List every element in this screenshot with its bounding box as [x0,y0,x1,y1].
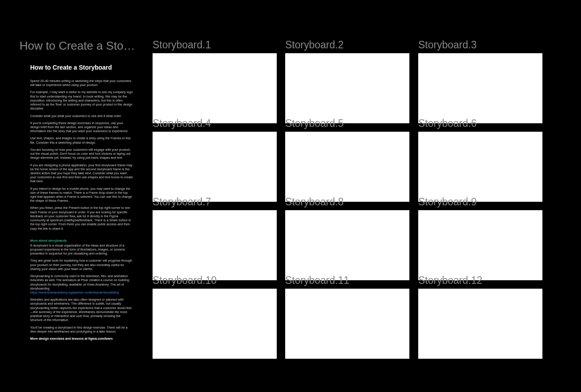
intro-paragraph: More design exercises and lessons at fig… [30,337,133,341]
storyboard-frame-12[interactable] [418,289,542,359]
storyboard-frame-10[interactable] [153,289,277,359]
frame-label-storyboard-12[interactable]: Storyboard.12 [418,274,482,286]
intro-paragraph: Storyboarding is commonly used in the te… [30,274,133,294]
intro-paragraph: You are focusing on how your customers w… [30,148,133,160]
intro-paragraph: Use text, shapes, and images to create a… [30,136,133,144]
intro-frame[interactable]: How to Create a Storyboard Spend 20-40 m… [20,53,144,359]
frame-label-storyboard-7[interactable]: Storyboard.7 [153,196,211,208]
storyboard-frame-8[interactable] [285,210,409,280]
intro-paragraph: Websites and applications are also often… [30,298,133,322]
intro-paragraph: If you're completing these design exerci… [30,121,133,133]
storyboard-frame-7[interactable] [153,210,277,280]
intro-text: Storyboarding is commonly used in the te… [30,274,129,290]
intro-paragraph: They are great tools for explaining how … [30,259,133,271]
frame-label-storyboard-10[interactable]: Storyboard.10 [153,274,216,286]
intro-text: More design exercises and lessons at [30,337,88,341]
intro-paragraph: Spend 20-40 minutes writing or sketching… [30,79,133,87]
frame-label-storyboard-8[interactable]: Storyboard.8 [285,196,344,208]
storyboard-frame-4[interactable] [153,132,277,202]
frame-label-storyboard-11[interactable]: Storyboard.11 [285,274,349,286]
intro-paragraph: When you finish, press the Present butto… [30,206,133,230]
khan-academy-link[interactable]: https://www.khanacademy.org/partner-cont… [30,290,119,294]
frame-label-storyboard-2[interactable]: Storyboard.2 [285,39,344,51]
storyboard-frame-1[interactable] [153,53,277,123]
intro-paragraph: A storyboard is a visual organization of… [30,243,133,256]
storyboard-frame-6[interactable] [418,132,542,202]
intro-subheading: More about storyboards [30,239,133,243]
figma-learn-link[interactable]: figma.com/learn [88,337,113,341]
intro-title: How to Create a Storyboard [30,64,133,71]
figma-canvas[interactable]: How to Create a Storyb... How to Create … [0,0,581,392]
storyboard-frame-2[interactable] [285,53,409,123]
storyboard-frame-11[interactable] [285,289,409,359]
storyboard-frame-9[interactable] [418,210,542,280]
intro-paragraph: For example, I may want a visitor to my … [30,90,133,110]
intro-paragraph: Consider what you what your customers to… [30,114,133,118]
intro-paragraph: If you are designing a phone application… [30,163,133,184]
frame-label-intro[interactable]: How to Create a Storyb... [20,39,137,53]
intro-paragraph: You'll be creating a storyboard in this … [30,325,133,333]
frame-label-storyboard-5[interactable]: Storyboard.5 [285,118,344,129]
storyboard-frame-5[interactable] [285,132,409,202]
frame-label-storyboard-4[interactable]: Storyboard.4 [153,118,211,129]
frame-label-storyboard-3[interactable]: Storyboard.3 [418,39,477,51]
frame-label-storyboard-9[interactable]: Storyboard.9 [418,196,477,208]
frame-label-storyboard-1[interactable]: Storyboard.1 [153,39,211,51]
intro-paragraph: If you intend to design for a mobile pho… [30,187,133,203]
frame-label-storyboard-6[interactable]: Storyboard.6 [418,118,477,129]
storyboard-frame-3[interactable] [418,53,542,123]
